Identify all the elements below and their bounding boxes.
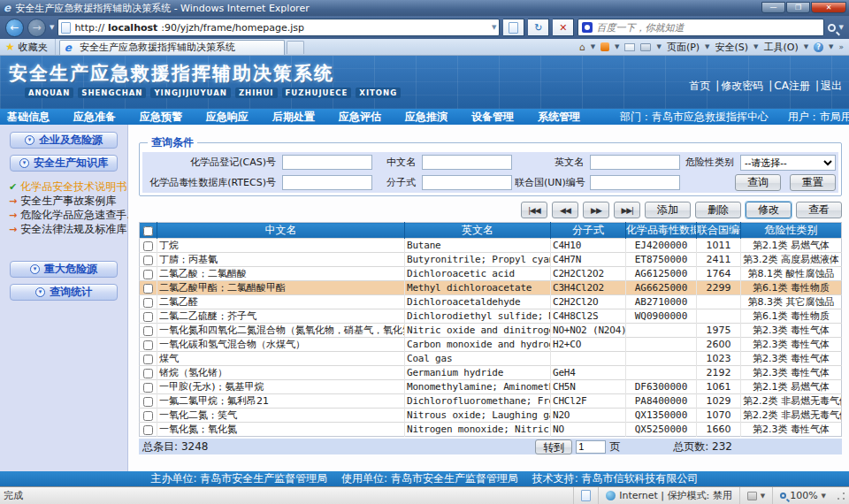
prev-page-button[interactable]: ◀◀: [552, 202, 578, 218]
table-row[interactable]: 一氧化二氮；笑气 Nitrous oxide; Laughing gas N2O…: [140, 409, 842, 423]
row-checkbox[interactable]: [143, 270, 153, 279]
col-un[interactable]: 联合国编号: [697, 223, 741, 239]
zoom-control[interactable]: 100% ▼: [772, 487, 833, 504]
table-row[interactable]: 一氧化氮和四氧化二氮混合物（氮氧化物，硝基气，氧化氮气体） Nitric oxi…: [140, 324, 842, 338]
table-row[interactable]: 丁腈；丙基氰 Butyronitrile; Propyl cyanide C4H…: [140, 253, 842, 267]
ca-register-link[interactable]: CA注册: [774, 80, 810, 92]
row-checkbox[interactable]: [143, 326, 153, 336]
row-checkbox[interactable]: [143, 340, 153, 350]
col-en-name[interactable]: 英文名: [405, 223, 551, 239]
table-row[interactable]: 二氯乙酸；二氯醋酸 Dichloroacetic acid C2H2Cl2O2 …: [140, 267, 842, 281]
logout-link[interactable]: 退出: [821, 80, 842, 92]
forward-button[interactable]: →: [27, 19, 46, 37]
url-dropdown-icon[interactable]: ▼: [492, 24, 496, 31]
resize-grip[interactable]: [837, 492, 845, 500]
reset-button[interactable]: 重置: [790, 174, 836, 191]
rtecs-input[interactable]: [282, 175, 372, 190]
print-dropdown-icon[interactable]: ▼: [656, 43, 661, 50]
un-input[interactable]: [590, 175, 680, 190]
table-row[interactable]: 二氯乙醛 Dichloroacetaldehyde C2H2Cl2O AB271…: [140, 295, 842, 309]
row-checkbox[interactable]: [143, 312, 153, 322]
formula-input[interactable]: [422, 175, 512, 190]
sidebar-item-quick-reference[interactable]: →危险化学品应急速查手…: [9, 208, 127, 222]
sidebar-item-laws-standards[interactable]: →安全法律法规及标准库: [9, 222, 127, 236]
table-row[interactable]: 锗烷（氢化锗） Germanium hydride GeH4 2192 第2.3…: [140, 366, 842, 380]
cas-input[interactable]: [282, 155, 372, 170]
page-menu[interactable]: 页面(P): [667, 41, 700, 54]
row-checkbox[interactable]: [143, 411, 153, 421]
row-checkbox[interactable]: [143, 298, 153, 308]
table-row[interactable]: 煤气 Coal gas 1023 第2.3类 毒性气体: [140, 352, 842, 366]
view-button[interactable]: 查看: [796, 202, 842, 218]
sidebar-group-knowledge[interactable]: ▾安全生产知识库: [10, 155, 118, 172]
search-magnifier-icon[interactable]: [828, 24, 836, 32]
col-cn-name[interactable]: 中文名: [157, 223, 405, 239]
more-commands-chevron-icon[interactable]: »: [838, 42, 844, 51]
row-checkbox[interactable]: [143, 256, 153, 265]
next-page-button[interactable]: ▶▶: [583, 202, 609, 218]
sidebar-group-query-stats[interactable]: ▾查询统计: [10, 284, 118, 301]
history-dropdown-icon[interactable]: ▼: [50, 24, 54, 31]
nav-emergency-warning[interactable]: 应急预警: [140, 110, 182, 125]
col-rtecs[interactable]: 化学品毒性数据…: [626, 223, 697, 239]
row-checkbox[interactable]: [143, 355, 153, 364]
table-row[interactable]: 一氟二氯甲烷；氟利昂21 Dichlorofluoromethane; Freo…: [140, 394, 842, 409]
refresh-button[interactable]: ↻: [528, 19, 549, 36]
row-checkbox[interactable]: [143, 383, 153, 393]
goto-button[interactable]: 转到: [535, 439, 572, 454]
sidebar-group-major-hazard[interactable]: ▾重大危险源: [10, 261, 118, 278]
help-icon[interactable]: ?: [814, 42, 823, 52]
nav-basic-info[interactable]: 基础信息: [7, 110, 50, 125]
nav-emergency-evaluate[interactable]: 应急评估: [339, 110, 381, 125]
tools-menu[interactable]: 工具(O): [763, 41, 798, 54]
table-row[interactable]: 一氧化碳和氢气混合物（水煤气） Carbon monoxide and hydr…: [140, 338, 842, 352]
modify-button[interactable]: 修改: [746, 202, 792, 218]
browser-tab[interactable]: e 安全生产应急救援指挥辅助决策系统: [59, 40, 285, 55]
nav-emergency-response[interactable]: 应急响应: [206, 110, 249, 125]
sidebar-item-chemical-msds[interactable]: ✔化学品安全技术说明书: [9, 179, 127, 194]
search-input[interactable]: [596, 22, 819, 34]
home-icon[interactable]: ⌂: [579, 42, 585, 53]
sidebar-item-accident-cases[interactable]: →安全生产事故案例库: [9, 194, 127, 208]
search-dropdown-icon[interactable]: ▼: [839, 24, 844, 31]
row-checkbox[interactable]: [143, 284, 153, 294]
safety-menu[interactable]: 安全(S): [715, 41, 748, 54]
back-button[interactable]: ←: [5, 19, 24, 37]
table-row[interactable]: 丁烷 Butane C4H10 EJ4200000 1011 第2.1类 易燃气…: [140, 239, 842, 253]
cn-name-input[interactable]: [422, 155, 512, 170]
search-box[interactable]: [577, 19, 823, 36]
home-dropdown-icon[interactable]: ▼: [591, 43, 595, 50]
rss-icon[interactable]: [600, 42, 609, 51]
stop-button[interactable]: ✕: [553, 19, 574, 36]
protected-mode-button[interactable]: ▼: [739, 487, 772, 504]
sidebar-group-enterprise[interactable]: ▾企业及危险源: [10, 132, 118, 149]
table-row[interactable]: 一氧化氮；氧化氮 Nitrogen monoxide; Nitric oxide…: [140, 423, 842, 437]
home-link[interactable]: 首页: [689, 80, 710, 92]
new-tab-button[interactable]: [287, 41, 304, 54]
nav-equipment-mgmt[interactable]: 设备管理: [471, 110, 514, 125]
table-row[interactable]: 一甲胺(无水)；氨基甲烷 Monomethylamine; Aminometha…: [140, 380, 842, 394]
close-button[interactable]: ✕: [811, 2, 846, 13]
row-checkbox[interactable]: [143, 425, 153, 435]
hazard-select[interactable]: --请选择--: [740, 155, 836, 171]
favorites-button[interactable]: ★ 收藏夹: [0, 39, 56, 55]
url-field[interactable]: http://localhost:90/yjzh/frame/homepage.…: [57, 19, 500, 36]
col-formula[interactable]: 分子式: [551, 223, 626, 239]
nav-post-disposal[interactable]: 后期处置: [272, 110, 315, 125]
rss-dropdown-icon[interactable]: ▼: [615, 43, 619, 50]
maximize-button[interactable]: ❐: [786, 2, 810, 13]
en-name-input[interactable]: [590, 155, 680, 170]
search-button[interactable]: 查询: [735, 174, 781, 191]
nav-emergency-drill[interactable]: 应急推演: [405, 110, 447, 125]
add-button[interactable]: 添加: [645, 202, 691, 218]
nav-system-mgmt[interactable]: 系统管理: [538, 110, 580, 125]
change-password-link[interactable]: 修改密码: [721, 80, 763, 92]
last-page-button[interactable]: ▶▶|: [614, 202, 640, 218]
row-checkbox[interactable]: [143, 241, 153, 251]
page-number-input[interactable]: [576, 440, 606, 454]
nav-emergency-prepare[interactable]: 应急准备: [73, 110, 116, 125]
col-hazard[interactable]: 危险性类别: [741, 223, 842, 239]
table-row[interactable]: 二氯二乙硫醚；芥子气 Dichlorodiethyl sulfide; Must…: [140, 309, 842, 324]
mail-icon[interactable]: [624, 43, 635, 51]
print-icon[interactable]: [640, 43, 651, 51]
